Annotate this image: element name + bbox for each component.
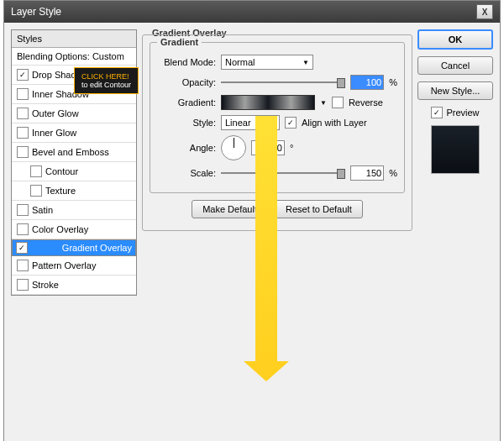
opacity-slider[interactable]	[221, 81, 345, 83]
style-item[interactable]: Satin	[12, 201, 136, 220]
scale-input[interactable]: 150	[350, 165, 384, 181]
chevron-down-icon[interactable]: ▼	[320, 99, 327, 107]
style-item[interactable]: Color Overlay	[12, 220, 136, 239]
style-label: Color Overlay	[32, 224, 88, 234]
window-title: Layer Style	[11, 6, 61, 18]
scale-slider[interactable]	[221, 172, 345, 174]
opacity-label: Opacity:	[157, 77, 216, 87]
checkbox[interactable]	[17, 223, 29, 235]
blend-mode-select[interactable]: Normal▼	[221, 55, 313, 70]
align-label: Align with Layer	[302, 118, 367, 128]
gradient-legend: Gradient	[157, 37, 202, 47]
cancel-button[interactable]: Cancel	[417, 56, 493, 75]
opacity-input[interactable]: 100	[350, 75, 384, 90]
style-item[interactable]: Inner Glow	[12, 123, 136, 143]
tooltip: CLICK HERE! to edit Contour	[74, 67, 139, 94]
style-label: Style:	[157, 118, 216, 128]
style-item[interactable]: Contour	[12, 162, 136, 181]
style-label: Texture	[45, 186, 76, 196]
checkbox[interactable]	[17, 127, 29, 139]
preview-label: Preview	[446, 108, 479, 118]
checkbox[interactable]	[17, 88, 29, 100]
gradient-swatch[interactable]	[221, 95, 315, 110]
style-item[interactable]: Gradient Overlay	[12, 239, 136, 256]
checkbox[interactable]	[16, 242, 28, 254]
close-icon[interactable]: X	[476, 4, 493, 19]
new-style-button[interactable]: New Style...	[417, 81, 493, 100]
checkbox[interactable]	[17, 279, 29, 291]
style-label: Stroke	[32, 280, 59, 290]
gradient-label: Gradient:	[157, 97, 216, 108]
style-item[interactable]: Pattern Overlay	[12, 256, 136, 276]
checkbox[interactable]	[17, 204, 29, 216]
style-label: Pattern Overlay	[32, 260, 96, 270]
style-label: Gradient Overlay	[62, 243, 132, 253]
angle-label: Angle:	[157, 143, 216, 153]
checkbox[interactable]	[30, 185, 42, 197]
style-item[interactable]: Bevel and Emboss	[12, 143, 136, 162]
checkbox[interactable]	[30, 165, 42, 177]
reverse-label: Reverse	[349, 97, 383, 108]
ok-button[interactable]: OK	[417, 29, 493, 50]
style-label: Bevel and Emboss	[32, 147, 109, 157]
style-label: Contour	[45, 166, 78, 176]
styles-header[interactable]: Styles	[12, 30, 136, 48]
style-label: Inner Glow	[32, 128, 76, 138]
arrow-annotation	[255, 116, 277, 365]
blend-mode-label: Blend Mode:	[157, 57, 216, 67]
reset-default-button[interactable]: Reset to Default	[275, 200, 363, 218]
style-item[interactable]: Outer Glow	[12, 104, 136, 123]
align-checkbox[interactable]	[285, 117, 297, 129]
preview-swatch	[431, 125, 480, 174]
scale-label: Scale:	[157, 168, 216, 178]
chevron-down-icon: ▼	[302, 59, 309, 66]
reverse-checkbox[interactable]	[332, 97, 344, 108]
arrow-head-icon	[244, 361, 289, 381]
style-item[interactable]: Texture	[12, 181, 136, 201]
preview-checkbox[interactable]	[431, 107, 443, 118]
checkbox[interactable]	[17, 146, 29, 158]
checkbox[interactable]	[17, 260, 29, 271]
style-item[interactable]: Stroke	[12, 276, 136, 295]
checkbox[interactable]	[17, 69, 29, 81]
angle-dial[interactable]	[221, 135, 246, 160]
style-label: Satin	[32, 205, 53, 215]
checkbox[interactable]	[17, 108, 29, 119]
blending-options[interactable]: Blending Options: Custom	[12, 48, 136, 66]
style-label: Outer Glow	[32, 108, 79, 118]
